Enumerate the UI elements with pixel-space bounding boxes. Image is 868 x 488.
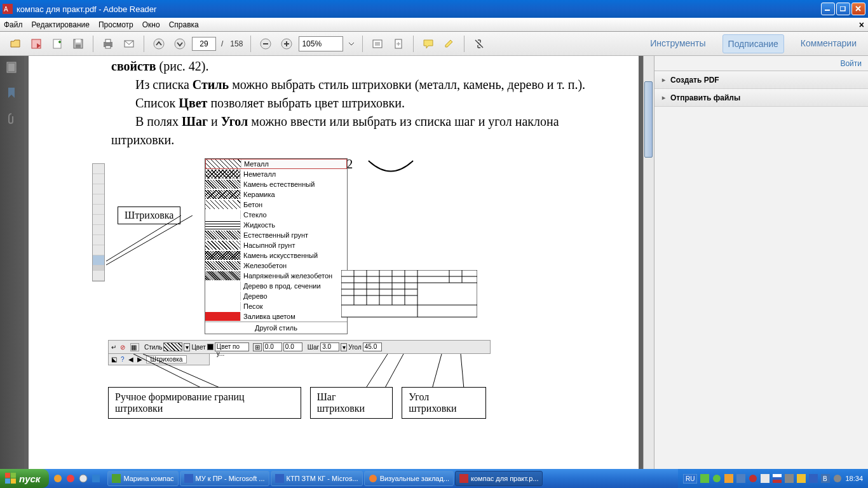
svg-rect-51: [5, 478, 10, 484]
callout-manual-border: Ручное формирование границ штриховки: [108, 387, 301, 419]
zoom-dropdown-button[interactable]: [346, 35, 356, 53]
tray-icon-11[interactable]: B: [821, 474, 830, 483]
fig-arc: [365, 159, 416, 179]
svg-rect-29: [341, 270, 477, 317]
login-link[interactable]: Войти: [840, 59, 862, 68]
svg-rect-26: [8, 64, 15, 71]
svg-rect-59: [275, 474, 284, 483]
svg-point-63: [713, 475, 721, 482]
tray-icon-7[interactable]: [773, 474, 782, 483]
tray-clock[interactable]: 18:34: [845, 475, 863, 482]
page-down-button[interactable]: [171, 35, 189, 53]
tray-icon-6[interactable]: [761, 474, 770, 483]
start-button[interactable]: пуск: [0, 469, 49, 488]
comment-button[interactable]: [419, 35, 437, 53]
menu-edit[interactable]: Редактирование: [32, 20, 90, 29]
tray-icon-12[interactable]: [833, 474, 842, 483]
task-item-5[interactable]: компас для практ.p...: [455, 471, 543, 486]
create-pdf-section[interactable]: Создать PDF: [654, 71, 868, 89]
close-button[interactable]: [851, 3, 865, 15]
svg-rect-72: [797, 474, 806, 483]
email-button[interactable]: [120, 35, 138, 53]
menu-view[interactable]: Просмотр: [98, 20, 133, 29]
sign-panel-button[interactable]: Подписание: [722, 34, 784, 53]
fig-property-bar: ↵ ⊘ ▦ Стиль ▾ Цвет Цвет по у... ⊞ 0.0 0.…: [108, 340, 491, 354]
svg-line-44: [143, 354, 222, 389]
svg-rect-6: [32, 39, 41, 48]
page-number-input[interactable]: [192, 37, 216, 51]
task-item-4[interactable]: Визуальные заклад...: [364, 471, 454, 486]
ql-icon-2[interactable]: [65, 473, 76, 484]
svg-rect-9: [76, 39, 81, 43]
menu-window[interactable]: Окно: [142, 20, 160, 29]
task-item-3[interactable]: КТП ЗТМ КГ - Micros...: [271, 471, 363, 486]
pdf-viewport[interactable]: свойств (рис. 42). Из списка Стиль можно…: [24, 56, 643, 488]
tray-icon-8[interactable]: [785, 474, 794, 483]
attachments-icon[interactable]: [5, 112, 19, 126]
export-pdf-button[interactable]: [27, 35, 45, 53]
zoom-out-button[interactable]: [257, 35, 275, 53]
svg-rect-56: [92, 475, 100, 482]
vertical-scrollbar[interactable]: [643, 56, 654, 488]
zoom-level-input[interactable]: [299, 36, 343, 51]
thumbnails-icon[interactable]: [5, 61, 19, 75]
svg-rect-64: [724, 474, 733, 483]
svg-line-27: [106, 215, 181, 261]
figure-42: Штриховка Металл Неметалл Камень естеств…: [48, 157, 620, 440]
svg-point-54: [67, 475, 74, 482]
print-button[interactable]: [99, 35, 117, 53]
page-total-label: 158: [228, 39, 245, 48]
main-toolbar: / 158 Инструменты Подписание Комментарии: [0, 32, 868, 56]
minimize-button[interactable]: [821, 3, 835, 15]
ql-icon-4[interactable]: [91, 473, 101, 484]
svg-rect-57: [112, 474, 121, 483]
menu-file[interactable]: Файл: [4, 20, 23, 29]
svg-rect-70: [773, 480, 782, 483]
task-item-2[interactable]: МУ к ПР - Microsoft ...: [180, 471, 269, 486]
task-item-1[interactable]: Марина компас: [107, 471, 178, 486]
scrollbar-thumb[interactable]: [644, 81, 653, 158]
tools-panel-button[interactable]: Инструменты: [645, 34, 710, 53]
svg-rect-71: [785, 474, 794, 483]
page-up-button[interactable]: [150, 35, 168, 53]
svg-rect-58: [184, 474, 193, 483]
create-pdf-button[interactable]: [48, 35, 66, 53]
pdf-page: свойств (рис. 42). Из списка Стиль можно…: [29, 56, 639, 488]
left-nav-rail: [0, 56, 24, 488]
svg-line-45: [365, 354, 388, 389]
zoom-in-button[interactable]: [278, 35, 295, 53]
ql-icon-3[interactable]: [78, 473, 88, 484]
maximize-button[interactable]: [836, 3, 850, 15]
callout-step: Шаг штриховки: [310, 387, 393, 419]
open-file-button[interactable]: [6, 35, 24, 53]
svg-rect-2: [825, 10, 830, 11]
callout-angle: Угол штриховки: [402, 387, 486, 419]
tray-icon-2[interactable]: [712, 474, 721, 483]
fit-width-button[interactable]: [369, 35, 386, 53]
comments-panel-button[interactable]: Комментарии: [796, 34, 862, 53]
svg-rect-3: [840, 6, 845, 11]
windows-taskbar: пуск Марина компас МУ к ПР - Microsoft .…: [0, 469, 868, 488]
fit-page-button[interactable]: [390, 35, 407, 53]
svg-rect-73: [809, 474, 818, 483]
menu-help[interactable]: Справка: [169, 20, 199, 29]
highlight-button[interactable]: [440, 35, 458, 53]
svg-line-43: [133, 354, 203, 389]
tray-icon-5[interactable]: [749, 474, 757, 483]
save-button[interactable]: [69, 35, 87, 53]
send-files-section[interactable]: Отправить файлы: [654, 89, 868, 107]
tray-icon-3[interactable]: [724, 474, 733, 483]
svg-rect-50: [11, 473, 16, 478]
read-mode-button[interactable]: [470, 35, 488, 53]
document-close-button[interactable]: ×: [859, 20, 864, 30]
tray-icon-4[interactable]: [736, 474, 745, 483]
ql-icon-1[interactable]: [53, 473, 63, 484]
tray-icon-9[interactable]: [797, 474, 806, 483]
right-panel: Войти Создать PDF Отправить файлы: [654, 56, 868, 488]
svg-rect-62: [700, 474, 709, 483]
pdf-icon: A: [3, 4, 13, 14]
tray-icon-1[interactable]: [700, 474, 709, 483]
tray-icon-10[interactable]: [809, 474, 818, 483]
language-indicator[interactable]: RU: [683, 474, 697, 484]
bookmarks-icon[interactable]: [5, 86, 19, 100]
